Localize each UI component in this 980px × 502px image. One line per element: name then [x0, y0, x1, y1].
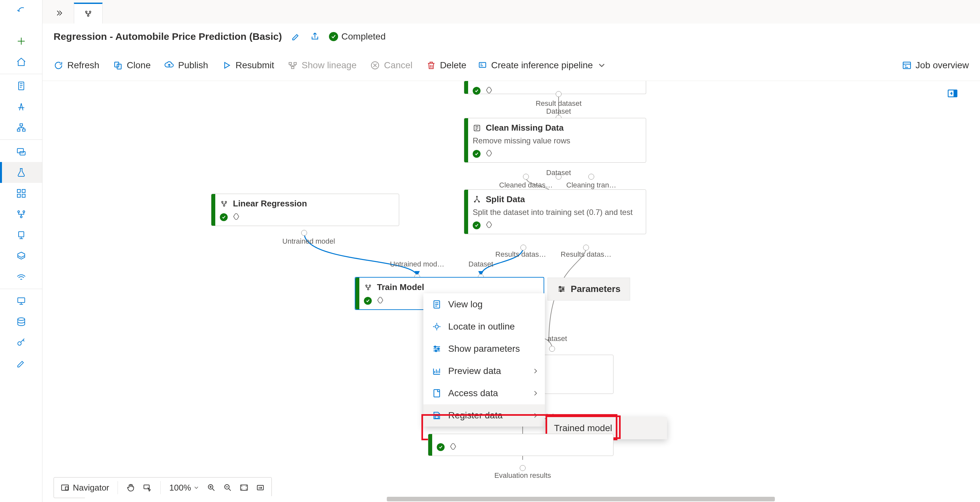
node-clean-missing-data[interactable]: Clean Missing Data Remove missing value …	[464, 118, 646, 163]
reuse-icon	[376, 296, 384, 305]
port-label: Evaluation results	[494, 471, 551, 480]
scroll-thumb[interactable]	[387, 497, 775, 501]
show-lineage-button: Show lineage	[288, 60, 356, 71]
left-rail	[0, 0, 43, 502]
publish-button[interactable]: Publish	[164, 60, 208, 71]
zoom-actual[interactable]	[256, 483, 265, 492]
svg-rect-6	[18, 189, 20, 192]
tree-icon[interactable]	[0, 117, 42, 138]
success-icon	[473, 221, 480, 229]
port-label: Dataset	[468, 260, 493, 268]
svg-rect-13	[19, 232, 24, 237]
compute-icon[interactable]	[0, 290, 42, 311]
node-icon	[364, 283, 372, 292]
prompt-icon[interactable]	[0, 141, 42, 162]
create-inference-button[interactable]: Create inference pipeline	[477, 60, 607, 71]
node-title: Linear Regression	[233, 199, 307, 209]
job-overview-button[interactable]: Job overview	[902, 60, 969, 71]
expand-tabs[interactable]	[45, 3, 74, 24]
svg-rect-4	[18, 149, 24, 153]
ctx-show-parameters[interactable]: Show parameters	[423, 338, 545, 360]
port-label: Results datas…	[560, 250, 611, 259]
node-desc: Split the dataset into training set (0.7…	[473, 208, 640, 217]
pan-tool[interactable]	[126, 483, 135, 492]
ctx-locate-outline[interactable]: Locate in outline	[423, 316, 545, 338]
success-icon	[364, 297, 372, 305]
zoom-in[interactable]	[207, 483, 216, 492]
zoom-level[interactable]: 100%	[169, 483, 200, 493]
share-icon[interactable]	[310, 32, 320, 41]
port[interactable]	[588, 174, 594, 180]
svg-point-36	[221, 201, 223, 202]
svg-rect-21	[117, 64, 121, 69]
pipelines-icon[interactable]	[0, 204, 42, 225]
back-button[interactable]	[0, 0, 42, 21]
svg-rect-14	[18, 298, 24, 303]
zoom-out[interactable]	[223, 483, 232, 492]
svg-rect-50	[434, 390, 440, 397]
svg-rect-24	[292, 66, 294, 68]
svg-point-11	[23, 211, 24, 212]
refresh-button[interactable]: Refresh	[54, 60, 99, 71]
reuse-icon	[449, 443, 457, 452]
parameters-flyout[interactable]: Parameters	[547, 278, 630, 300]
ctx-access-data[interactable]: Access data	[423, 382, 545, 404]
node-split-data[interactable]: Split Data Split the dataset into traini…	[464, 189, 646, 234]
node-evaluate-partial[interactable]	[428, 434, 614, 456]
port[interactable]	[549, 346, 555, 352]
svg-rect-8	[18, 194, 20, 197]
success-icon	[473, 150, 480, 158]
reuse-icon	[485, 86, 493, 95]
node-title: Clean Missing Data	[486, 123, 563, 133]
port[interactable]	[583, 245, 589, 251]
experiments-icon[interactable]	[0, 162, 42, 183]
svg-rect-20	[115, 62, 119, 67]
zoom-fit[interactable]	[239, 483, 248, 492]
add-button[interactable]	[0, 31, 42, 52]
canvas[interactable]: Result dataset Dataset Clean Missing Dat…	[43, 81, 964, 502]
chevron-right-icon	[532, 412, 539, 419]
port[interactable]	[520, 245, 526, 251]
navigator-toggle[interactable]: Navigator	[60, 483, 109, 493]
designer-tab[interactable]	[74, 3, 103, 24]
environment-icon[interactable]	[0, 225, 42, 246]
svg-point-33	[476, 196, 477, 197]
models-icon[interactable]	[0, 246, 42, 267]
ctx-view-log[interactable]: View log	[423, 293, 545, 316]
datastores-icon[interactable]	[0, 311, 42, 332]
delete-button[interactable]: Delete	[426, 60, 466, 71]
port[interactable]	[523, 174, 529, 180]
svg-rect-5	[20, 151, 25, 155]
port[interactable]	[556, 91, 562, 97]
select-tool[interactable]	[143, 483, 152, 492]
home-button[interactable]	[0, 52, 42, 73]
svg-point-46	[435, 325, 438, 328]
collapse-panel-icon[interactable]	[947, 87, 958, 99]
svg-rect-22	[289, 62, 292, 64]
horizontal-scrollbar[interactable]	[85, 496, 947, 502]
notebook-icon[interactable]	[0, 75, 42, 96]
edit-icon[interactable]	[0, 353, 42, 374]
components-icon[interactable]	[0, 183, 42, 204]
node-partial-top[interactable]	[464, 81, 646, 94]
tab-strip	[43, 0, 980, 24]
ctx-register-data[interactable]: Register data	[423, 404, 545, 427]
success-icon	[473, 87, 480, 95]
cancel-button: Cancel	[370, 60, 412, 71]
svg-rect-26	[479, 62, 486, 67]
automl-icon[interactable]	[0, 96, 42, 117]
endpoints-icon[interactable]	[0, 267, 42, 288]
clone-button[interactable]: Clone	[113, 60, 151, 71]
resubmit-button[interactable]: Resubmit	[222, 60, 274, 71]
key-icon[interactable]	[0, 332, 42, 353]
svg-point-19	[88, 15, 89, 17]
port[interactable]	[520, 465, 526, 471]
svg-rect-3	[22, 129, 25, 131]
node-linear-regression[interactable]: Linear Regression	[211, 194, 399, 226]
reuse-icon	[232, 213, 240, 222]
svg-point-37	[225, 201, 226, 202]
edit-title-icon[interactable]	[291, 32, 301, 41]
toolbar: Refresh Clone Publish Resubmit Show line…	[43, 50, 980, 81]
port[interactable]	[301, 230, 307, 236]
ctx-preview-data[interactable]: Preview data	[423, 360, 545, 382]
